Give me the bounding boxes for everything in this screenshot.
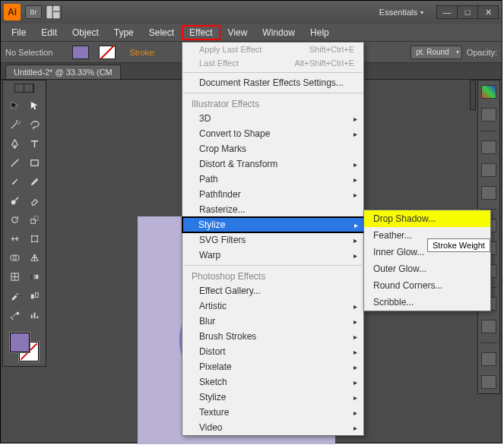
artboards-panel-icon[interactable] [481, 375, 496, 389]
close-button[interactable]: ✕ [477, 5, 499, 19]
magic-wand-tool[interactable] [5, 116, 24, 134]
header-illustrator-effects: Illustrator Effects [182, 96, 363, 111]
menu-convert-to-shape[interactable]: Convert to Shape [182, 126, 363, 141]
menu-svg-filters[interactable]: SVG Filters [182, 232, 363, 248]
direct-selection-tool[interactable] [25, 97, 43, 115]
svg-rect-1 [53, 6, 59, 11]
menu-video[interactable]: Video [182, 420, 363, 435]
shape-builder-tool[interactable] [5, 249, 24, 267]
menu-apply-last-effect: Apply Last EffectShift+Ctrl+E [182, 43, 363, 56]
menu-stylize-photoshop[interactable]: Stylize [182, 390, 363, 405]
fill-color[interactable] [10, 333, 30, 352]
menu-select[interactable]: Select [141, 25, 182, 40]
brushes-panel-icon[interactable] [481, 163, 496, 177]
menu-3d[interactable]: 3D [182, 111, 363, 126]
menu-last-effect: Last EffectAlt+Shift+Ctrl+E [182, 56, 363, 70]
menu-type[interactable]: Type [106, 25, 141, 40]
selection-tool[interactable] [5, 97, 24, 115]
eraser-tool[interactable] [25, 192, 43, 210]
svg-point-10 [30, 241, 32, 242]
rotate-tool[interactable] [5, 211, 24, 229]
titlebar: Ai Br Essentials▾ ― □ ✕ [1, 1, 502, 24]
type-tool[interactable] [25, 135, 43, 153]
menu-view[interactable]: View [220, 25, 255, 40]
graphic-styles-panel-icon[interactable] [481, 320, 496, 333]
menu-blur[interactable]: Blur [182, 314, 363, 329]
paintbrush-tool[interactable] [5, 173, 24, 191]
pen-tool[interactable] [5, 135, 24, 153]
svg-rect-7 [31, 236, 37, 242]
menu-path[interactable]: Path [182, 172, 363, 187]
menu-help[interactable]: Help [303, 25, 337, 40]
fill-swatch[interactable] [72, 46, 89, 59]
menu-raster-settings[interactable]: Document Raster Effects Settings... [182, 75, 363, 90]
svg-rect-3 [30, 160, 37, 166]
menu-distort[interactable]: Distort [182, 344, 363, 359]
menu-file[interactable]: File [4, 25, 33, 40]
fill-stroke-box[interactable] [8, 331, 40, 363]
eyedropper-tool[interactable] [5, 287, 24, 305]
menu-warp[interactable]: Warp [182, 248, 363, 263]
opacity-label[interactable]: Opacity: [467, 48, 497, 57]
stroke-label: Stroke: [129, 48, 156, 57]
menu-sketch[interactable]: Sketch [182, 374, 363, 390]
svg-point-11 [36, 241, 38, 242]
color-panel-icon[interactable] [481, 85, 496, 99]
perspective-tool[interactable] [25, 249, 43, 267]
mesh-tool[interactable] [5, 268, 24, 286]
width-tool[interactable] [5, 230, 24, 248]
menu-artistic[interactable]: Artistic [182, 298, 363, 314]
svg-point-9 [36, 235, 38, 237]
symbol-sprayer-tool[interactable] [5, 306, 24, 323]
menu-rasterize[interactable]: Rasterize... [182, 202, 363, 217]
document-tab[interactable]: Untitled-2* @ 33.33% (CM [5, 65, 121, 79]
submenu-outer-glow[interactable]: Outer Glow... [364, 260, 490, 277]
menu-stylize-illustrator[interactable]: Stylize [182, 216, 364, 233]
toolbox-collapse[interactable] [14, 84, 34, 93]
menu-window[interactable]: Window [255, 25, 303, 40]
submenu-drop-shadow[interactable]: Drop Shadow... [364, 210, 490, 227]
menu-distort-transform[interactable]: Distort & Transform [182, 156, 363, 172]
panel-collapse-handle[interactable] [470, 80, 476, 110]
toolbox [2, 80, 46, 367]
rectangle-tool[interactable] [25, 154, 43, 172]
svg-point-19 [11, 318, 13, 320]
gradient-tool[interactable] [25, 268, 43, 286]
svg-rect-20 [30, 315, 32, 319]
symbols-panel-icon[interactable] [481, 186, 496, 200]
svg-rect-22 [36, 316, 38, 318]
color-guide-panel-icon[interactable] [481, 108, 496, 122]
free-transform-tool[interactable] [25, 230, 43, 248]
menu-pathfinder[interactable]: Pathfinder [182, 187, 363, 202]
stroke-swatch[interactable] [99, 46, 116, 59]
scale-tool[interactable] [25, 211, 43, 229]
blend-tool[interactable] [25, 287, 43, 305]
menubar: File Edit Object Type Select Effect View… [1, 24, 502, 42]
menu-texture[interactable]: Texture [182, 405, 363, 420]
minimize-button[interactable]: ― [436, 5, 458, 19]
lasso-tool[interactable] [25, 116, 43, 134]
cap-dropdown[interactable]: pt. Round [410, 46, 461, 59]
submenu-scribble[interactable]: Scribble... [364, 294, 490, 311]
svg-rect-6 [33, 216, 38, 221]
pencil-tool[interactable] [25, 173, 43, 191]
submenu-round-corners[interactable]: Round Corners... [364, 277, 490, 294]
menu-object[interactable]: Object [65, 25, 106, 40]
bridge-button[interactable]: Br [25, 5, 42, 19]
menu-effect[interactable]: Effect [182, 25, 220, 40]
menu-pixelate[interactable]: Pixelate [182, 359, 363, 374]
graph-tool[interactable] [25, 306, 43, 323]
swatches-panel-icon[interactable] [481, 140, 496, 154]
workspace-switcher[interactable]: Essentials▾ [375, 6, 428, 18]
menu-effect-gallery[interactable]: Effect Gallery... [182, 283, 363, 298]
line-tool[interactable] [5, 154, 24, 172]
maximize-button[interactable]: □ [457, 5, 478, 19]
menu-crop-marks[interactable]: Crop Marks [182, 141, 363, 156]
menu-edit[interactable]: Edit [33, 25, 65, 40]
svg-rect-16 [30, 295, 33, 299]
layers-panel-icon[interactable] [481, 352, 496, 366]
blob-brush-tool[interactable] [5, 192, 24, 210]
arrange-docs-button[interactable] [45, 5, 62, 19]
menu-brush-strokes[interactable]: Brush Strokes [182, 329, 363, 344]
svg-rect-0 [47, 6, 52, 19]
